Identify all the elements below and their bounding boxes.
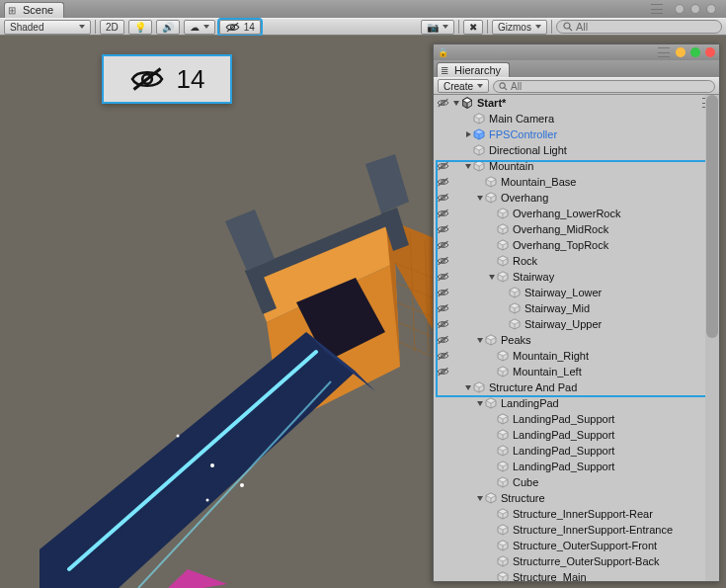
foldout-toggle[interactable] [475, 398, 485, 408]
visibility-toggle[interactable] [434, 395, 451, 411]
hierarchy-item[interactable]: Overhang [434, 190, 719, 206]
visibility-toggle[interactable] [434, 190, 451, 206]
window-dot[interactable] [690, 4, 700, 14]
visibility-toggle[interactable] [434, 158, 451, 174]
hierarchy-search[interactable]: All [493, 80, 715, 93]
tools-button[interactable]: ✖ [463, 20, 483, 35]
tab-menu-icon[interactable] [651, 4, 663, 14]
foldout-toggle[interactable] [487, 272, 497, 282]
visibility-toggle[interactable] [434, 237, 451, 253]
foldout-toggle[interactable] [475, 493, 485, 503]
window-dot[interactable] [675, 4, 685, 14]
audio-toggle[interactable]: 🔊 [156, 20, 180, 35]
hidden-objects-toggle[interactable]: 14 [219, 20, 261, 35]
hierarchy-item[interactable]: Directional Light [434, 142, 719, 158]
foldout-toggle[interactable] [463, 382, 473, 392]
visibility-toggle[interactable] [434, 316, 451, 332]
visibility-toggle[interactable] [434, 348, 451, 364]
scene-tab[interactable]: ⊞ Scene [4, 2, 64, 18]
panel-titlebar[interactable]: 🔒 [434, 44, 719, 60]
hierarchy-item[interactable]: Overhang_MidRock [434, 221, 719, 237]
scrollbar-thumb[interactable] [706, 95, 718, 338]
hierarchy-item[interactable]: LandingPad_Support [434, 459, 719, 474]
hierarchy-item[interactable]: Stairway_Lower [434, 285, 719, 300]
shading-mode-dropdown[interactable]: Shaded [4, 20, 91, 35]
fx-dropdown[interactable]: ☁ [184, 20, 215, 35]
window-dot[interactable] [706, 4, 716, 14]
hierarchy-item[interactable]: Structurre_OuterSupport-Back [434, 553, 719, 569]
hierarchy-item[interactable]: Overhang_LowerRock [434, 206, 719, 221]
visibility-toggle[interactable] [434, 553, 451, 569]
visibility-toggle[interactable] [434, 379, 451, 395]
hierarchy-item[interactable]: Stairway [434, 269, 719, 285]
foldout-toggle[interactable] [463, 161, 473, 171]
visibility-toggle[interactable] [434, 474, 451, 490]
hierarchy-item[interactable]: FPSController› [434, 126, 719, 142]
foldout-toggle[interactable] [475, 193, 485, 203]
hierarchy-item[interactable]: Mountain [434, 158, 719, 174]
visibility-toggle[interactable] [434, 285, 451, 300]
hierarchy-tab[interactable]: ≣ Hierarchy [437, 62, 510, 77]
scene-toolbar: Shaded 2D 💡 🔊 ☁ 14 📷 ✖ Gizmos All [0, 18, 726, 36]
hierarchy-tree[interactable]: Start* Main CameraFPSController›Directio… [434, 95, 719, 581]
hierarchy-item[interactable]: LandingPad_Support [434, 411, 719, 427]
visibility-toggle[interactable] [434, 506, 451, 522]
visibility-toggle[interactable] [434, 332, 451, 348]
visibility-toggle[interactable] [434, 253, 451, 269]
panel-minimize[interactable] [676, 47, 686, 57]
scrollbar[interactable] [705, 95, 719, 581]
visibility-toggle[interactable] [434, 569, 451, 581]
visibility-toggle[interactable] [434, 490, 451, 506]
visibility-toggle[interactable] [434, 443, 451, 459]
hierarchy-item[interactable]: Mountain_Base [434, 174, 719, 190]
visibility-toggle[interactable] [434, 538, 451, 553]
lighting-toggle[interactable]: 💡 [128, 20, 152, 35]
visibility-toggle[interactable] [434, 174, 451, 190]
visibility-toggle[interactable] [434, 142, 451, 158]
visibility-toggle[interactable] [434, 300, 451, 316]
visibility-toggle[interactable] [434, 411, 451, 427]
hierarchy-item[interactable]: Mountain_Right [434, 348, 719, 364]
hierarchy-item[interactable]: LandingPad_Support [434, 427, 719, 443]
visibility-toggle[interactable] [434, 522, 451, 538]
visibility-toggle[interactable] [434, 111, 451, 126]
camera-settings[interactable]: 📷 [421, 20, 454, 35]
lock-icon[interactable]: 🔒 [438, 47, 448, 57]
visibility-toggle[interactable] [434, 427, 451, 443]
hierarchy-item[interactable]: LandingPad [434, 395, 719, 411]
visibility-toggle[interactable] [434, 126, 451, 142]
hierarchy-item[interactable]: Peaks [434, 332, 719, 348]
gizmos-dropdown[interactable]: Gizmos [492, 20, 547, 35]
hierarchy-item[interactable]: Structure_OuterSupport-Front [434, 538, 719, 553]
hierarchy-item[interactable]: Structure_Main [434, 569, 719, 581]
foldout-toggle[interactable] [475, 335, 485, 345]
hierarchy-item[interactable]: Stairway_Mid [434, 300, 719, 316]
visibility-toggle[interactable] [434, 206, 451, 221]
panel-menu-icon[interactable] [658, 47, 670, 57]
visibility-toggle[interactable] [434, 95, 451, 111]
hierarchy-item[interactable]: Main Camera [434, 111, 719, 126]
visibility-toggle[interactable] [434, 364, 451, 379]
hierarchy-item[interactable]: Mountain_Left [434, 364, 719, 379]
visibility-toggle[interactable] [434, 221, 451, 237]
visibility-toggle[interactable] [434, 269, 451, 285]
panel-maximize[interactable] [690, 47, 700, 57]
hierarchy-item[interactable]: Stairway_Upper [434, 316, 719, 332]
panel-close[interactable] [705, 47, 715, 57]
visibility-toggle[interactable] [434, 459, 451, 474]
scene-row[interactable]: Start* [434, 95, 719, 111]
hierarchy-item[interactable]: Structure And Pad [434, 379, 719, 395]
create-dropdown[interactable]: Create [438, 79, 489, 93]
foldout-toggle[interactable] [451, 98, 461, 108]
gameobject-icon [485, 397, 497, 409]
hierarchy-item[interactable]: Rock [434, 253, 719, 269]
hierarchy-item[interactable]: LandingPad_Support [434, 443, 719, 459]
scene-search[interactable]: All [556, 20, 722, 34]
hierarchy-item[interactable]: Overhang_TopRock [434, 237, 719, 253]
hierarchy-item[interactable]: Cube [434, 474, 719, 490]
foldout-toggle[interactable] [463, 129, 473, 139]
hierarchy-item[interactable]: Structure [434, 490, 719, 506]
hierarchy-item[interactable]: Structure_InnerSupport-Entrance [434, 522, 719, 538]
hierarchy-item[interactable]: Structure_InnerSupport-Rear [434, 506, 719, 522]
2d-toggle[interactable]: 2D [100, 20, 124, 35]
